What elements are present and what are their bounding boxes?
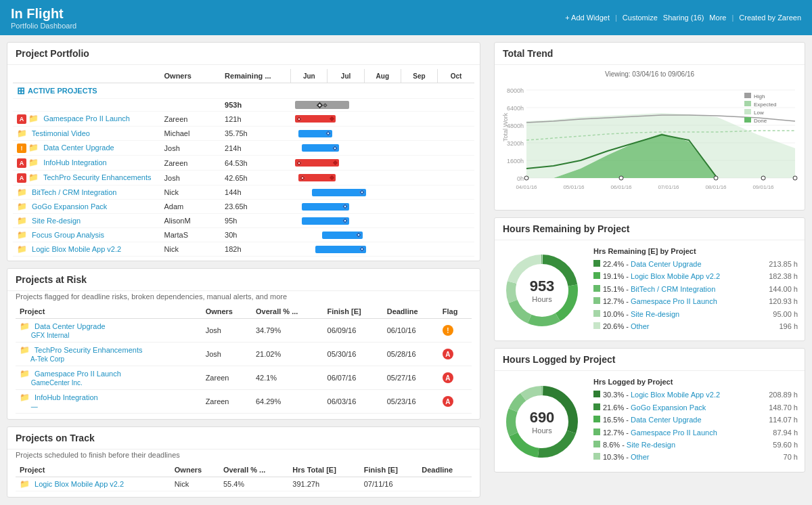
track-project-link[interactable]: Logic Blox Mobile App v2.2 — [35, 480, 124, 488]
trend-card: Total Trend Viewing: 03/04/16 to 09/06/1… — [494, 42, 805, 211]
track-row-owner: Nick — [171, 477, 219, 491]
portfolio-row-gantt — [291, 228, 474, 242]
folder-icon: 📁 — [20, 345, 30, 355]
svg-text:1600h: 1600h — [507, 158, 524, 164]
track-th-project: Project — [16, 463, 171, 477]
portfolio-row-remaining: 64.53h — [221, 156, 291, 171]
risk-project-link[interactable]: InfoHub Integration — [35, 393, 98, 401]
hours-logged-title: Hours Logged by Project — [495, 349, 805, 371]
portfolio-row-remaining: 23.65h — [221, 200, 291, 214]
more-btn[interactable]: More — [709, 14, 726, 22]
remaining-legend-item: 20.6% - Other 196 h — [593, 322, 798, 332]
logged-legend-title: Hrs Logged by Project — [593, 378, 798, 386]
legend-value: 59.60 h — [773, 440, 798, 450]
portfolio-row-gantt — [291, 171, 474, 185]
project-link[interactable]: Testimonial Video — [32, 129, 90, 137]
track-row-overall: 55.4% — [219, 477, 288, 491]
legend-link[interactable]: Site Re-design — [627, 441, 675, 449]
legend-link[interactable]: Other — [631, 453, 650, 461]
project-link[interactable]: TechPro Security Enhancements — [43, 173, 152, 181]
legend-link[interactable]: Other — [631, 322, 650, 330]
donut-remaining: 953 Hours — [501, 250, 583, 331]
project-link[interactable]: GoGo Expansion Pack — [32, 202, 107, 211]
th-oct: Oct — [438, 69, 474, 83]
legend-text: 15.1% - BitTech / CRM Integration — [603, 284, 766, 294]
hours-remaining-card: Hours Remaining by Project — [494, 217, 805, 341]
risk-row-finish: 05/30/16 — [323, 343, 383, 366]
legend-link[interactable]: GoGo Expansion Pack — [631, 403, 706, 412]
risk-project-link[interactable]: Gamespace Pro II Launch — [35, 370, 121, 378]
legend-dot — [593, 310, 600, 317]
risk-sub-text: A-Tek Corp — [20, 355, 64, 363]
header-right: + Add Widget | Customize Sharing (16) Mo… — [565, 14, 801, 22]
project-link[interactable]: Gamespace Pro II Launch — [43, 114, 130, 123]
risk-flag-badge: A — [443, 349, 453, 359]
track-th-overall: Overall % ... — [219, 463, 288, 477]
svg-point-22 — [619, 176, 623, 180]
risk-row-flag: A — [438, 343, 472, 366]
project-link[interactable]: Site Re-design — [32, 217, 81, 225]
legend-link[interactable]: BitTech / CRM Integration — [631, 285, 715, 293]
legend-text: 30.3% - Logic Blox Mobile App v2.2 — [603, 390, 766, 400]
risk-subtitle: Projects flagged for deadline risks, bro… — [7, 291, 480, 305]
portfolio-row-owner: Josh — [160, 171, 221, 185]
portfolio-row-name: A 📁 TechPro Security Enhancements — [13, 171, 160, 185]
donut-remaining-unit: Hours — [530, 295, 555, 303]
risk-row-flag: A — [438, 390, 472, 414]
portfolio-row-remaining: 95h — [221, 214, 291, 228]
risk-title: Projects at Risk — [7, 269, 480, 291]
portfolio-row-owner: MartaS — [160, 228, 221, 242]
legend-link[interactable]: Logic Blox Mobile App v2.2 — [631, 272, 720, 280]
app-subtitle: Portfolio Dashboard — [11, 22, 76, 30]
legend-text: 20.6% - Other — [603, 322, 776, 332]
risk-flag-badge: A — [443, 396, 453, 407]
main-layout: Project Portfolio Owners Remaining ... J… — [0, 35, 812, 505]
risk-sub-text: — — [20, 403, 38, 410]
svg-text:High: High — [754, 93, 765, 100]
project-link[interactable]: Logic Blox Mobile App v2.2 — [32, 245, 121, 253]
svg-text:04/01/16: 04/01/16 — [516, 184, 537, 190]
flag-red: A — [17, 173, 26, 183]
risk-project-link[interactable]: TechPro Security Enhancements — [35, 346, 143, 354]
legend-dot — [593, 285, 600, 292]
project-link[interactable]: BitTech / CRM Integration — [32, 188, 116, 196]
folder-icon: 📁 — [17, 129, 27, 138]
logged-legend-item: 12.7% - Gamespace Pro II Launch 87.94 h — [593, 428, 798, 438]
svg-point-23 — [714, 176, 718, 180]
legend-link[interactable]: Site Re-design — [631, 310, 679, 318]
track-title: Projects on Track — [7, 427, 480, 449]
track-th-finish: Finish [E] — [360, 463, 418, 477]
legend-value: 87.94 h — [773, 428, 798, 438]
svg-point-24 — [761, 176, 765, 180]
th-remaining: Remaining ... — [221, 69, 291, 83]
svg-text:08/01/16: 08/01/16 — [705, 184, 727, 190]
project-link[interactable]: Focus Group Analysis — [32, 231, 104, 239]
portfolio-row-remaining: 30h — [221, 228, 291, 242]
portfolio-row-gantt — [291, 156, 474, 171]
legend-link[interactable]: Data Center Upgrade — [631, 260, 702, 268]
legend-dot — [593, 429, 600, 435]
add-widget-btn[interactable]: + Add Widget — [565, 14, 610, 22]
donut-logged: 690 Hours — [501, 381, 583, 462]
folder-icon: 📁 — [28, 173, 39, 182]
legend-dot — [593, 297, 600, 304]
svg-text:Done: Done — [754, 118, 767, 124]
legend-link[interactable]: Data Center Upgrade — [631, 416, 702, 424]
customize-btn[interactable]: Customize — [623, 14, 658, 22]
risk-row-overall: 64.29% — [252, 390, 323, 414]
risk-row-name: 📁 Data Center Upgrade GFX Internal — [16, 319, 202, 343]
legend-dot — [593, 260, 600, 267]
risk-flag-badge: A — [443, 372, 453, 383]
folder-icon: 📁 — [20, 479, 30, 489]
project-link[interactable]: InfoHub Integration — [43, 158, 107, 167]
portfolio-row-owner: AlisonM — [160, 214, 221, 228]
risk-project-link[interactable]: Data Center Upgrade — [35, 322, 106, 330]
legend-link[interactable]: Logic Blox Mobile App v2.2 — [631, 391, 720, 399]
risk-row-owner: Josh — [202, 343, 252, 366]
sharing-btn[interactable]: Sharing (16) — [663, 14, 704, 22]
project-link[interactable]: Data Center Upgrade — [43, 144, 114, 152]
flag-red: A — [17, 158, 26, 168]
legend-link[interactable]: Gamespace Pro II Launch — [631, 297, 717, 305]
hours-logged-legend: Hrs Logged by Project 30.3% - Logic Blox… — [593, 378, 798, 464]
legend-link[interactable]: Gamespace Pro II Launch — [631, 429, 717, 437]
